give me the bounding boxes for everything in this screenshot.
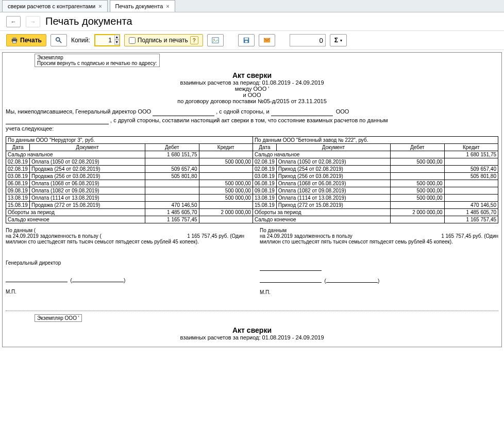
page-title: Печать документа — [45, 15, 132, 27]
header: ← → Печать документа — [0, 12, 504, 31]
print-button[interactable]: Печать — [6, 34, 46, 46]
magnifier-icon — [55, 37, 62, 44]
svg-point-3 — [56, 38, 60, 41]
summary-r1: По данным — [260, 228, 498, 233]
turnover-ld: 1 485 605,70 — [145, 208, 199, 216]
return-note: Просим вернуть с подписью и печатью по а… — [37, 60, 157, 66]
help-icon[interactable]: ? — [190, 36, 198, 44]
svg-point-6 — [213, 39, 215, 40]
table-row: 02.08.19Оплата (1050 от 02.08.2019)500 0… — [6, 158, 498, 165]
table-row: 15.08.19Продажа (272 от 15.08.2019)470 1… — [6, 201, 498, 208]
sum-button[interactable]: Σ ▾ — [330, 34, 347, 46]
email-button[interactable] — [259, 34, 275, 46]
tab-label: сверки расчетов с контрагентами — [8, 3, 95, 9]
summary-r2: на 24.09.2019 задолженность в пользу — [260, 233, 352, 239]
svg-line-4 — [59, 41, 61, 43]
blank-line — [6, 118, 109, 124]
summary-l3: 1 165 757,45 руб. (Один — [187, 233, 244, 239]
col-credit: Кредит — [199, 143, 253, 151]
doc-between: между ООО ' — [6, 86, 498, 92]
floppy-icon — [243, 37, 250, 44]
sig-name-line — [72, 277, 124, 282]
intro-a: Мы, нижеподписавшиеся, Генеральный дирек… — [6, 108, 151, 115]
col-debit: Дебет — [145, 143, 199, 151]
forward-button[interactable]: → — [26, 16, 40, 27]
svg-rect-8 — [244, 38, 248, 40]
saldo-end-rv: 1 165 757,45 — [444, 216, 498, 223]
signature-block: Генеральный директор () М.П. () М.П. — [6, 260, 498, 295]
saldo-start-val-r: 1 680 151,75 — [444, 151, 498, 158]
summary-r4: миллион сто шестьдесят пять тысяч семьсо… — [260, 239, 498, 245]
doc-title: Акт сверки — [6, 71, 498, 79]
save-button[interactable] — [238, 34, 255, 46]
turnover-lc: 2 000 000,00 — [199, 208, 253, 216]
reconciliation-table: По данным ООО "Нерудторг 3", руб. По дан… — [6, 136, 498, 223]
envelope-icon — [263, 37, 271, 44]
tab-bar: сверки расчетов с контрагентами × Печать… — [0, 0, 504, 12]
sig-line — [6, 277, 68, 282]
copies-label: Копий: — [71, 37, 90, 44]
table-row: 13.08.19Оплата (1114 от 13.08.2019)500 0… — [6, 194, 498, 201]
col-doc-r: Документ — [276, 143, 390, 151]
turnover-rc: 1 485 605,70 — [444, 208, 498, 216]
tab-print-document[interactable]: Печать документа × — [110, 0, 175, 12]
intro-b: , с одной стороны, и — [216, 108, 271, 115]
dropdown-icon: ▾ — [340, 38, 342, 43]
table-row: 06.08.19Оплата (1068 от 06.08.2019)500 0… — [6, 180, 498, 187]
exemplar-note-box: Экземпляр Просим вернуть с подписью и пе… — [35, 54, 160, 67]
sig-line-r-top — [260, 266, 322, 271]
preview-button[interactable] — [51, 34, 67, 46]
summary-l2: на 24.09.2019 задолженность в пользу ( — [6, 233, 102, 239]
intro-d: , с другой стороны, составили настоящий … — [110, 117, 388, 123]
saldo-start: Сальдо начальное — [6, 151, 145, 158]
sign-checkbox[interactable] — [129, 37, 136, 44]
col-doc: Документ — [29, 143, 145, 151]
turnover-r: Обороты за период — [253, 208, 390, 216]
turnover-l: Обороты за период — [6, 208, 145, 216]
close-icon[interactable]: × — [98, 3, 102, 9]
sign-and-print-button[interactable]: Подпись и печать ? — [124, 34, 203, 46]
spin-down[interactable]: ▼ — [114, 40, 120, 45]
summary-l1: По данным ( — [6, 228, 244, 233]
saldo-end-l: Сальдо конечное — [6, 216, 145, 223]
left-header: По данным ООО "Нерудторг 3", руб. — [6, 136, 253, 143]
summary-l4: миллион сто шестьдесят пять тысяч семьсо… — [6, 239, 244, 245]
col-credit-r: Кредит — [444, 143, 498, 151]
saldo-start-val-l: 1 680 151,75 — [145, 151, 199, 158]
insert-image-button[interactable] — [207, 34, 224, 46]
summary-r3: 1 165 757,45 руб. (Один — [441, 233, 498, 239]
print-page: Экземпляр Просим вернуть с подписью и пе… — [2, 52, 502, 347]
saldo-end-lv: 1 165 757,45 — [145, 216, 199, 223]
sigma-icon: Σ — [334, 37, 338, 44]
print-label: Печать — [20, 37, 42, 44]
intro-paragraph: Мы, нижеподписавшиеся, Генеральный дирек… — [6, 107, 498, 133]
table-row: 09.08.19Оплата (1082 от 09.08.2019)500 0… — [6, 187, 498, 194]
col-date-r: Дата — [253, 143, 276, 151]
exemplar2-label: Экземпляр ООО ' — [37, 315, 79, 321]
blank-line — [153, 110, 214, 116]
table-row: 03.08.19Продажа (256 от 03.08.2019)505 8… — [6, 172, 498, 180]
saldo-end-r: Сальдо конечное — [253, 216, 390, 223]
mp-l: М.П. — [6, 289, 244, 295]
spin-up[interactable]: ▲ — [114, 35, 120, 40]
intro-c: ООО — [336, 108, 349, 115]
doc-and: и ООО — [6, 92, 498, 98]
doc-period: взаимных расчетов за период: 01.08.2019 … — [6, 79, 498, 86]
blank-line — [271, 110, 333, 116]
close-icon[interactable]: × — [166, 3, 169, 9]
back-button[interactable]: ← — [6, 16, 21, 27]
exemplar2-box: Экземпляр ООО ' — [35, 314, 82, 322]
tab-label: Печать документа — [115, 3, 163, 9]
number-input[interactable] — [290, 34, 326, 46]
svg-rect-9 — [245, 41, 247, 43]
doc-period-2: взаимных расчетов за период: 01.08.2019 … — [6, 334, 498, 341]
turnover-rd: 2 000 000,00 — [391, 208, 444, 216]
col-date: Дата — [6, 143, 30, 151]
doc-contract: по договору договор поставки №05-д/2015 … — [6, 98, 498, 104]
image-icon — [212, 37, 219, 44]
sig-line-r — [260, 278, 322, 283]
tab-reconciliation[interactable]: сверки расчетов с контрагентами × — [2, 0, 108, 12]
svg-rect-1 — [13, 38, 16, 39]
printer-icon — [11, 37, 18, 44]
sig-name-line-r — [326, 278, 378, 283]
